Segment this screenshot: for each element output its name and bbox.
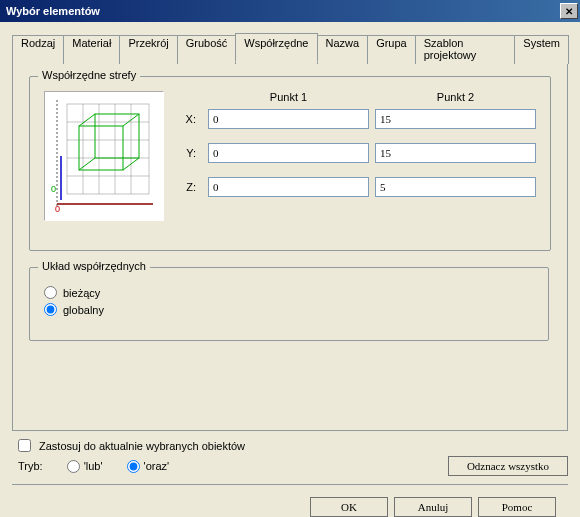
svg-rect-10 (95, 114, 139, 158)
help-button[interactable]: Pomoc (478, 497, 556, 517)
titlebar: Wybór elementów ✕ (0, 0, 580, 22)
radio-current-csys[interactable] (44, 286, 57, 299)
header-punkt1: Punkt 1 (208, 91, 369, 103)
tab-wspolrzedne[interactable]: Współrzędne (235, 33, 317, 62)
label-y: Y: (180, 147, 202, 159)
tab-system[interactable]: System (514, 35, 569, 64)
tab-rodzaj[interactable]: Rodzaj (12, 35, 64, 64)
input-y-p2[interactable] (375, 143, 536, 163)
tab-material[interactable]: Materiał (63, 35, 120, 64)
input-z-p2[interactable] (375, 177, 536, 197)
tab-nazwa[interactable]: Nazwa (317, 35, 369, 64)
header-punkt2: Punkt 2 (375, 91, 536, 103)
cube-icon: 0 0 (49, 96, 159, 216)
svg-rect-9 (79, 126, 123, 170)
deselect-all-button[interactable]: Odznacz wszystko (448, 456, 568, 476)
label-current-csys[interactable]: bieżący (63, 287, 100, 299)
label-z: Z: (180, 181, 202, 193)
apply-checkbox[interactable] (18, 439, 31, 452)
tab-strip: Rodzaj Materiał Przekrój Grubość Współrz… (12, 33, 568, 62)
window-title: Wybór elementów (6, 5, 100, 17)
tab-panel: Współrzędne strefy (12, 61, 568, 431)
tab-grubosc[interactable]: Grubość (177, 35, 237, 64)
cancel-button[interactable]: Anuluj (394, 497, 472, 517)
input-y-p1[interactable] (208, 143, 369, 163)
label-global-csys[interactable]: globalny (63, 304, 104, 316)
mode-label: Tryb: (18, 460, 43, 472)
zone-group-title: Współrzędne strefy (38, 69, 140, 81)
footer-buttons: OK Anuluj Pomoc (12, 485, 568, 517)
svg-text:0: 0 (51, 184, 56, 194)
svg-text:0: 0 (55, 204, 60, 214)
coord-system-group: Układ współrzędnych bieżący globalny (29, 267, 549, 341)
svg-line-13 (79, 158, 95, 170)
apply-label[interactable]: Zastosuj do aktualnie wybranych obiektów (39, 440, 245, 452)
input-x-p1[interactable] (208, 109, 369, 129)
tab-przekroj[interactable]: Przekrój (119, 35, 177, 64)
csys-group-title: Układ współrzędnych (38, 260, 150, 272)
input-z-p1[interactable] (208, 177, 369, 197)
radio-mode-or[interactable] (67, 460, 80, 473)
svg-line-11 (79, 114, 95, 126)
tab-grupa[interactable]: Grupa (367, 35, 416, 64)
radio-global-csys[interactable] (44, 303, 57, 316)
close-button[interactable]: ✕ (560, 3, 578, 19)
tab-szablon[interactable]: Szablon projektowy (415, 35, 516, 64)
zone-coords-group: Współrzędne strefy (29, 76, 551, 251)
label-x: X: (180, 113, 202, 125)
radio-mode-and[interactable] (127, 460, 140, 473)
input-x-p2[interactable] (375, 109, 536, 129)
close-icon: ✕ (565, 6, 573, 17)
label-mode-and[interactable]: 'oraz' (144, 460, 170, 472)
label-mode-or[interactable]: 'lub' (84, 460, 103, 472)
zone-preview: 0 0 (44, 91, 164, 221)
ok-button[interactable]: OK (310, 497, 388, 517)
